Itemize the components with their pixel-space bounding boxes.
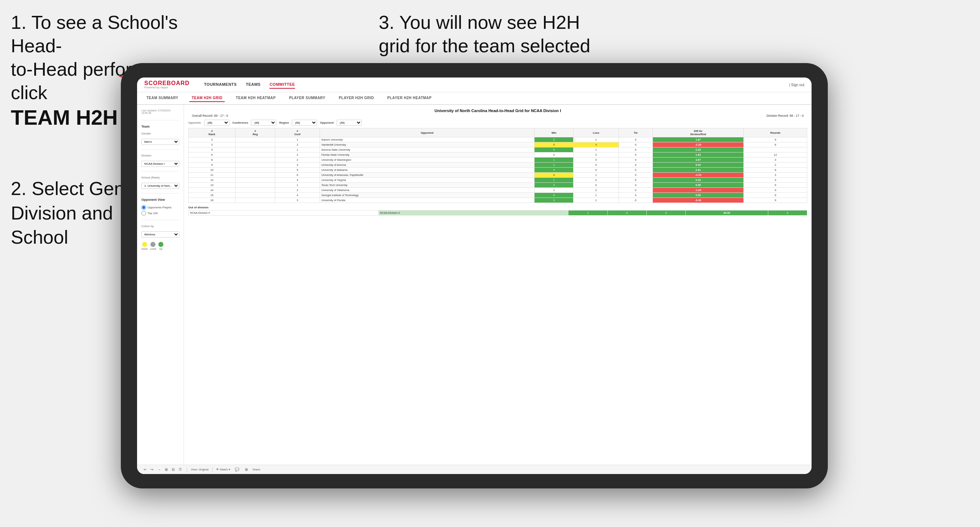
forward-btn[interactable]: →	[156, 467, 162, 472]
cell-win: 0	[535, 173, 573, 178]
present-btn[interactable]: ⊞	[244, 467, 249, 472]
ood-loss: 0	[608, 211, 646, 216]
watch-label[interactable]: 👁 Watch ▾	[216, 468, 230, 471]
conference-filter[interactable]: (All)	[251, 120, 276, 126]
table-title: University of North Carolina Head-to-Hea…	[188, 108, 807, 113]
col-diff: Diff AvStrokes/Rnd	[652, 128, 744, 137]
cell-loss: 2	[573, 188, 619, 193]
cell-tie: 0	[619, 152, 653, 157]
cell-rank: 4	[189, 148, 235, 152]
cell-win: 3	[535, 168, 573, 173]
nav-tournaments[interactable]: TOURNAMENTS	[204, 81, 237, 89]
radio-opponents-played[interactable]: Opponents Played	[142, 205, 179, 210]
cell-rank: 6	[189, 152, 235, 157]
swatch-level-label: Level	[150, 248, 156, 250]
cell-reg	[235, 183, 275, 188]
cell-loss: 0	[573, 157, 619, 163]
cell-loss: 2	[573, 152, 619, 157]
gender-select[interactable]: Men's	[142, 139, 179, 145]
cell-diff: 1.67	[652, 137, 744, 142]
table-row: 12 3 University of Virginia 1 0 0 2.33 3	[189, 178, 807, 183]
cell-tie: 0	[619, 178, 653, 183]
cell-win: 3	[535, 198, 573, 203]
swatch-down-label: Down	[142, 248, 148, 250]
cell-conf: 1	[275, 137, 320, 142]
cell-rank: 8	[189, 157, 235, 163]
comment-btn[interactable]: 💬	[234, 467, 240, 472]
subnav-team-h2h-heatmap[interactable]: TEAM H2H HEATMAP	[234, 94, 278, 102]
paste-btn[interactable]: ⊟	[170, 467, 176, 472]
cell-rank: 13	[189, 183, 235, 188]
cell-win: 0	[535, 142, 573, 148]
nav-teams[interactable]: TEAMS	[246, 81, 261, 89]
main-content: Last Updated: 27/03/2024 16:55:38 Team G…	[137, 105, 811, 465]
subnav-team-summary[interactable]: TEAM SUMMARY	[144, 94, 180, 102]
cell-opponent: University of Virginia	[320, 178, 534, 183]
swatch-level	[150, 242, 156, 247]
nav-committee[interactable]: COMMITTEE	[269, 81, 295, 89]
cell-tie: 0	[619, 183, 653, 188]
cell-opponent: Florida State University	[320, 152, 534, 157]
toolbar-divider-2	[212, 467, 212, 472]
region-filter[interactable]: (All)	[292, 120, 317, 126]
cell-win: 1	[535, 163, 573, 168]
subnav-team-h2h-grid[interactable]: TEAM H2H GRID	[189, 94, 224, 102]
logo-sub: Powered by clippd	[144, 86, 190, 89]
cell-win: 6	[535, 193, 573, 198]
timestamp: Last Updated: 27/03/2024 16:55:38	[142, 109, 179, 114]
undo-btn[interactable]: ↩	[143, 467, 148, 472]
swatch-down	[142, 242, 147, 247]
table-row: 14 2 University of Oklahoma 1 2 0 -1.00 …	[189, 188, 807, 193]
copy-btn[interactable]: ⊞	[164, 467, 169, 472]
sign-out[interactable]: | Sign out	[789, 83, 804, 87]
cell-conf: 3	[275, 178, 320, 183]
cell-loss: 1	[573, 148, 619, 152]
table-row: 15 4 Georgia Institute of Technology 6 1…	[189, 193, 807, 198]
cell-conf: 2	[275, 152, 320, 157]
cell-rounds: 9	[744, 188, 807, 193]
opponents-filter[interactable]: (All)	[204, 120, 229, 126]
cell-rounds: 3	[744, 173, 807, 178]
ood-diff: 26.00	[686, 211, 768, 216]
cell-rounds: 9	[744, 198, 807, 203]
cell-reg	[235, 188, 275, 193]
subnav-player-h2h-grid[interactable]: PLAYER H2H GRID	[337, 94, 376, 102]
colour-by-label: Colour by	[142, 225, 179, 228]
cell-tie: 0	[619, 198, 653, 203]
cell-rounds: 12	[744, 152, 807, 157]
out-of-division-label: Out of division	[188, 206, 807, 209]
cell-opponent: Arizona State University	[320, 148, 534, 152]
redo-btn[interactable]: ↪	[150, 467, 154, 472]
cell-tie: 0	[619, 193, 653, 198]
table-row: 16 3 University of Florida 3 1 0 -6.42 9	[189, 198, 807, 203]
col-rounds: Rounds	[744, 128, 807, 137]
cell-loss: 0	[573, 168, 619, 173]
subnav-player-summary[interactable]: PLAYER SUMMARY	[287, 94, 328, 102]
cell-rounds: 2	[744, 163, 807, 168]
school-select[interactable]: 1. University of Nort...	[142, 183, 179, 189]
cell-reg	[235, 148, 275, 152]
cell-rounds: 8	[744, 142, 807, 148]
clock-btn[interactable]: ⏱	[177, 467, 183, 472]
view-label[interactable]: View: Original	[191, 468, 208, 471]
share-label[interactable]: Share	[253, 468, 260, 471]
cell-rank: 11	[189, 173, 235, 178]
cell-rounds: 8	[744, 168, 807, 173]
cell-conf: 2	[275, 142, 320, 148]
colour-by-select[interactable]: Win/loss	[142, 232, 179, 238]
radio-top100[interactable]: Top 100	[142, 211, 179, 216]
cell-tie: 0	[619, 163, 653, 168]
cell-loss: 1	[573, 193, 619, 198]
cell-loss: 4	[573, 142, 619, 148]
cell-conf: 6	[275, 173, 320, 178]
col-conf: #Conf	[275, 128, 320, 137]
cell-reg	[235, 163, 275, 168]
ood-rounds: 3	[768, 211, 807, 216]
overall-record: Overall Record: 89 - 17 - 0	[192, 114, 228, 117]
swatch-up	[158, 242, 163, 247]
opponent-filter[interactable]: (All)	[337, 120, 362, 126]
cell-reg	[235, 168, 275, 173]
subnav-player-h2h-heatmap[interactable]: PLAYER H2H HEATMAP	[385, 94, 434, 102]
cell-rank: 2	[189, 137, 235, 142]
division-select[interactable]: NCAA Division I	[142, 161, 179, 167]
